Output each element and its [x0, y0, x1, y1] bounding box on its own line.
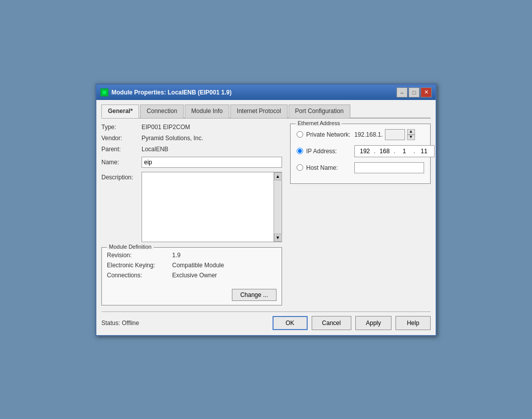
electronic-keying-value: Compatible Module	[172, 262, 224, 269]
footer: Status: Offline OK Cancel Apply Help	[101, 311, 431, 330]
window-body: General* Connection Module Info Internet…	[96, 100, 436, 335]
ip-sep-1: .	[374, 148, 375, 155]
left-panel: Type: EIP001 EIP2COM Vendor: Pyramid Sol…	[101, 124, 282, 305]
ip-part-4[interactable]	[417, 148, 431, 155]
type-label: Type:	[101, 124, 142, 131]
main-window: Module Properties: LocalENB (EIP001 1.9)…	[95, 83, 437, 336]
close-button[interactable]: ✕	[421, 87, 432, 97]
ip-part-2[interactable]	[377, 148, 391, 155]
connections-label: Connections:	[107, 272, 172, 279]
hostname-label: Host Name:	[306, 164, 351, 171]
window-icon	[100, 88, 108, 96]
description-label: Description:	[101, 172, 142, 242]
name-label: Name:	[101, 159, 142, 166]
maximize-button[interactable]: □	[409, 87, 420, 97]
tab-module-info[interactable]: Module Info	[185, 104, 229, 118]
connections-value: Exclusive Owner	[172, 272, 217, 279]
apply-button[interactable]: Apply	[355, 316, 391, 330]
status-area: Status: Offline	[101, 320, 139, 327]
tab-general[interactable]: General*	[101, 104, 139, 118]
description-scrollbar[interactable]: ▲ ▼	[274, 172, 282, 242]
change-button[interactable]: Change ...	[232, 289, 277, 301]
status-prefix: Status:	[101, 320, 122, 327]
module-definition-title: Module Definition	[107, 244, 154, 250]
ethernet-title: Ethernet Address	[296, 120, 342, 126]
ethernet-group: Ethernet Address Private Network: 192.16…	[290, 124, 431, 184]
tab-port-configuration[interactable]: Port Configuration	[289, 104, 350, 118]
parent-row: Parent: LocalENB	[101, 146, 282, 153]
type-value: EIP001 EIP2COM	[142, 124, 190, 131]
ip-sep-3: .	[414, 148, 415, 155]
revision-value: 1.9	[172, 252, 181, 259]
hostname-input[interactable]	[354, 162, 424, 173]
private-network-radio[interactable]	[297, 131, 303, 138]
help-button[interactable]: Help	[395, 316, 431, 330]
module-definition-group: Module Definition Revision: 1.9 Electron…	[101, 247, 282, 305]
description-area: Description: ▲ ▼	[101, 172, 282, 242]
parent-label: Parent:	[101, 146, 142, 153]
parent-value: LocalENB	[142, 146, 168, 153]
spinner-group: ▲ ▼	[407, 129, 415, 140]
private-input-group: 192.168.1. ▲ ▼	[354, 129, 415, 140]
electronic-keying-row: Electronic Keying: Compatible Module	[107, 262, 277, 269]
title-buttons: – □ ✕	[396, 87, 432, 97]
spin-up-button[interactable]: ▲	[407, 129, 415, 135]
spin-down-button[interactable]: ▼	[407, 135, 415, 140]
scroll-up-arrow[interactable]: ▲	[274, 172, 282, 180]
vendor-label: Vendor:	[101, 135, 142, 142]
content-area: Type: EIP001 EIP2COM Vendor: Pyramid Sol…	[101, 124, 431, 305]
ip-address-box: . . .	[354, 145, 435, 157]
hostname-radio[interactable]	[297, 164, 303, 171]
tab-internet-protocol[interactable]: Internet Protocol	[230, 104, 288, 118]
ip-address-radio[interactable]	[297, 148, 303, 154]
private-network-last-octet[interactable]	[385, 129, 405, 140]
hostname-row: Host Name:	[297, 162, 424, 173]
electronic-keying-label: Electronic Keying:	[107, 262, 172, 269]
ip-address-label: IP Address:	[306, 148, 351, 155]
footer-buttons: OK Cancel Apply Help	[273, 316, 431, 330]
type-row: Type: EIP001 EIP2COM	[101, 124, 282, 131]
private-network-label: Private Network:	[306, 131, 351, 138]
revision-label: Revision:	[107, 252, 172, 259]
tab-connection[interactable]: Connection	[140, 104, 184, 118]
description-textarea[interactable]	[142, 172, 274, 242]
tab-bar: General* Connection Module Info Internet…	[101, 104, 431, 119]
scroll-down-arrow[interactable]: ▼	[274, 234, 282, 242]
svg-rect-1	[102, 90, 106, 94]
private-network-prefix: 192.168.1.	[354, 131, 383, 138]
ip-sep-2: .	[393, 148, 395, 155]
vendor-row: Vendor: Pyramid Solutions, Inc.	[101, 135, 282, 142]
window-title: Module Properties: LocalENB (EIP001 1.9)	[111, 89, 231, 96]
vendor-value: Pyramid Solutions, Inc.	[142, 135, 203, 142]
minimize-button[interactable]: –	[396, 87, 408, 97]
right-panel: Ethernet Address Private Network: 192.16…	[290, 124, 431, 305]
revision-row: Revision: 1.9	[107, 252, 277, 259]
cancel-button[interactable]: Cancel	[312, 316, 351, 330]
connections-row: Connections: Exclusive Owner	[107, 272, 277, 279]
name-input[interactable]	[142, 157, 282, 168]
ip-address-row: IP Address: . . .	[297, 145, 424, 157]
description-wrapper: ▲ ▼	[142, 172, 282, 242]
ok-button[interactable]: OK	[273, 316, 308, 330]
change-btn-row: Change ...	[107, 289, 277, 301]
ip-part-1[interactable]	[358, 148, 372, 155]
ip-part-3[interactable]	[397, 148, 412, 155]
private-network-row: Private Network: 192.168.1. ▲ ▼	[297, 129, 424, 140]
title-bar: Module Properties: LocalENB (EIP001 1.9)…	[96, 85, 436, 100]
name-row: Name:	[101, 157, 282, 168]
status-value: Offline	[122, 320, 139, 327]
